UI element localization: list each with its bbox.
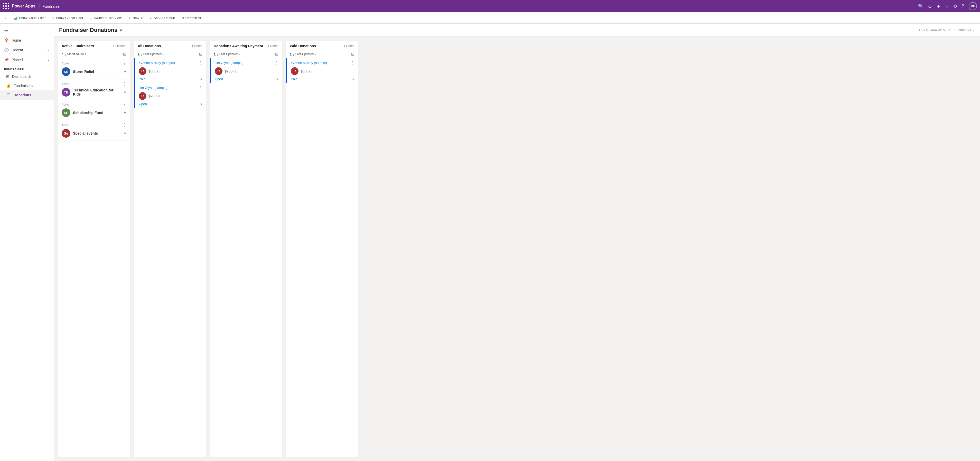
sidebar-item-donations[interactable]: 📋 Donations [0,91,54,100]
donation-body-jim-awaiting: Te $200.00 [211,66,282,76]
col-view-toggle-paid[interactable]: ⊟ [351,52,355,57]
search-icon[interactable]: 🔍 [918,3,923,9]
kanban-area: Active Fundraisers Unfiltered 4 ↓ Modifi… [54,37,980,461]
amount-yvonne: $50.00 [301,69,312,73]
sort-label-paid[interactable]: Last Updated ∨ [296,52,317,56]
sidebar-item-pinned[interactable]: 📌 Pinned ∨ [0,55,54,65]
sidebar-item-fundraisers[interactable]: 💰 Fundraisers [0,81,54,91]
show-global-filter-button[interactable]: ▽ Show Global Filter [49,14,86,21]
sort-down-icon-awaiting[interactable]: ↓ [216,52,218,56]
sidebar-item-recent[interactable]: 🕐 Recent ∨ [0,45,54,55]
col-view-toggle-awaiting[interactable]: ⊟ [275,52,278,57]
status-yvonne-paid[interactable]: Paid [139,77,145,81]
donation-chevron-yvonne[interactable]: ∨ [352,77,355,81]
sort-label-donations[interactable]: Last Updated ∨ [143,52,165,56]
main-layout: ☰ 🏠 Home 🕐 Recent ∨ 📌 Pinned ∨ Fundraise… [0,24,980,461]
donation-header-yvonne: Yvonne McKay (sample) ⋮ [287,58,358,66]
card-menu-storm-relief[interactable]: ⋮ [122,61,126,66]
donation-chevron-jim-awaiting[interactable]: ∨ [276,77,278,81]
kanban-cards-awaiting: Jim Glynn (sample) ⋮ Te $200.00 Open [210,58,282,457]
filter-icon[interactable]: ▽ [945,3,949,9]
donation-body-jim-open: Te $200.00 [135,91,206,101]
sort-count-donations: 2 [138,52,140,56]
contact-jim-glynn-open[interactable]: Jim Glynn (sample) [139,86,167,90]
filter-icon: ▽ [52,16,55,20]
donation-menu-jim-open[interactable]: ⋮ [198,85,202,90]
donation-jim-glynn-awaiting: Jim Glynn (sample) ⋮ Te $200.00 Open [210,58,282,83]
donation-body-yvonne-paid: Te $50.00 [135,66,206,76]
pin-icon: 📌 [4,57,9,62]
set-as-default-button[interactable]: ✓ Set As Default [147,14,177,21]
bar-chart-icon: 📊 [13,16,18,20]
date-range-chevron-icon: ∨ [972,28,975,32]
sort-label-awaiting[interactable]: Last Updated ∨ [220,52,241,56]
status-yvonne[interactable]: Paid [291,77,298,81]
sidebar-section-fundraiser: Fundraiser [0,65,54,72]
date-range[interactable]: This Quarter 4/1/2021 To 6/30/2021 ∨ [919,28,975,32]
card-expand-special-events[interactable]: ∨ [124,132,126,135]
card-menu-technical-education[interactable]: ⋮ [122,81,126,86]
sort-down-icon-active[interactable]: ↓ [64,52,66,56]
card-menu-scholarship[interactable]: ⋮ [122,102,126,107]
contact-yvonne-mckay-paid[interactable]: Yvonne McKay (sample) [139,61,175,65]
donation-footer-jim-open: Open ∨ [135,101,206,108]
new-button[interactable]: ＋ New ∨ [125,14,146,22]
user-avatar[interactable]: MP [969,2,977,10]
status-jim-open[interactable]: Open [139,102,147,106]
checkmark-icon: ✓ [149,16,152,20]
donation-chevron-jim-open[interactable]: ∨ [200,102,202,106]
card-name-technical-education[interactable]: Technical Education for Kids [73,88,121,96]
avatar-jim-awaiting: Te [215,67,223,75]
content-header: Fundraiser Donations ∨ This Quarter 4/1/… [54,24,980,37]
card-expand-storm-relief[interactable]: ∨ [124,70,126,74]
back-button[interactable]: ← [4,16,8,20]
col-filter-all-donations: Filtered [192,44,202,48]
contact-jim-awaiting[interactable]: Jim Glynn (sample) [215,61,243,65]
app-grid-icon[interactable] [3,3,12,9]
blue-bar-2 [134,83,135,108]
plus-icon[interactable]: ＋ [936,3,941,9]
app-title: Power Apps [12,4,35,8]
card-name-storm-relief[interactable]: Storm Relief [73,70,94,74]
toolbar: ← 📊 Show Visual Filter ▽ Show Global Fil… [0,12,980,24]
card-status-storm-relief: Active ⋮ [62,61,126,66]
donation-header-yvonne-paid: Yvonne McKay (sample) ⋮ [135,58,206,66]
sidebar-hamburger[interactable]: ☰ [0,26,54,35]
contact-yvonne-paid[interactable]: Yvonne McKay (sample) [291,61,327,65]
card-body-scholarship: SF Scholarship Fund ∨ [62,108,126,117]
card-special-events: Active ⋮ Se Special events ∨ [58,120,130,140]
card-expand-technical-education[interactable]: ∨ [124,91,126,94]
circle-icon[interactable]: ⊙ [928,3,932,9]
col-view-toggle-active[interactable]: ⊟ [123,52,126,57]
refresh-all-button[interactable]: ↻ Refresh All [178,14,204,21]
donation-chevron-yvonne-paid[interactable]: ∨ [200,77,202,81]
topbar-divider [40,3,40,9]
show-visual-filter-button[interactable]: 📊 Show Visual Filter [11,14,48,21]
page-title-chevron-icon[interactable]: ∨ [119,28,123,33]
help-icon[interactable]: ? [962,3,964,9]
recent-icon: 🕐 [4,48,9,52]
card-name-special-events[interactable]: Special events [73,131,98,135]
sidebar-item-home[interactable]: 🏠 Home [0,35,54,45]
topbar-icons: 🔍 ⊙ ＋ ▽ ⚙ ? MP [918,2,977,10]
fundraisers-icon: 💰 [6,83,11,88]
col-view-toggle-donations[interactable]: ⊟ [199,52,202,57]
sort-down-icon-donations[interactable]: ↓ [140,52,142,56]
card-menu-special-events[interactable]: ⋮ [122,122,126,127]
card-name-scholarship[interactable]: Scholarship Fund [73,111,103,115]
sidebar-item-dashboards[interactable]: ⊞ Dashboards [0,72,54,81]
card-scholarship-fund: Active ⋮ SF Scholarship Fund ∨ [58,99,130,120]
status-jim-awaiting[interactable]: Open [215,77,223,81]
sort-down-icon-paid[interactable]: ↓ [293,52,294,56]
col-sort-active-fundraisers: 4 ↓ Modified On ∧ ⊟ [58,50,130,58]
donation-menu-yvonne-paid2[interactable]: ⋮ [350,60,355,65]
donation-menu-yvonne-paid[interactable]: ⋮ [198,60,202,65]
col-sort-paid: 1 ↓ Last Updated ∨ ⊟ [286,50,358,58]
gear-icon[interactable]: ⚙ [953,3,957,9]
donation-menu-jim-awaiting[interactable]: ⋮ [274,60,278,65]
switch-tile-view-button[interactable]: ⊞ Switch to Tile View [87,14,124,21]
card-status-technical-education: Active ⋮ [62,81,126,86]
avatar-special-events: Se [62,129,70,138]
sort-label-active[interactable]: Modified On ∧ [67,52,87,56]
card-expand-scholarship[interactable]: ∨ [124,111,126,115]
